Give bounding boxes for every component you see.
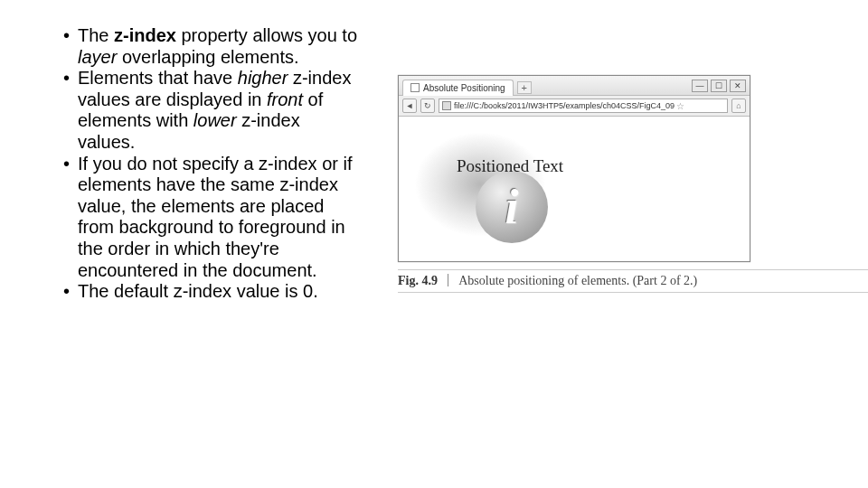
- browser-viewport: i Positioned Text: [399, 117, 750, 261]
- bullet-1: The z-index property allows you to layer…: [63, 25, 362, 68]
- close-button[interactable]: ✕: [730, 80, 746, 92]
- minimize-button[interactable]: —: [692, 80, 708, 92]
- new-tab-button[interactable]: +: [517, 81, 532, 94]
- browser-tab[interactable]: Absolute Positioning: [402, 80, 514, 96]
- browser-address-bar: ◄ ↻ file:///C:/books/2011/IW3HTP5/exampl…: [399, 96, 750, 117]
- text: overlapping elements.: [117, 47, 298, 67]
- bullet-3: If you do not specify a z-index or if el…: [63, 154, 362, 282]
- url-field[interactable]: file:///C:/books/2011/IW3HTP5/examples/c…: [439, 99, 728, 113]
- back-button[interactable]: ◄: [402, 99, 417, 113]
- text: Elements that have: [78, 68, 238, 88]
- caption-divider: [448, 274, 448, 286]
- document-icon: [442, 101, 451, 110]
- positioned-text-label: Positioned Text: [457, 156, 563, 176]
- emph-front: front: [267, 89, 303, 109]
- bullet-2: Elements that have higher z-index values…: [63, 68, 362, 153]
- home-button[interactable]: ⌂: [731, 99, 746, 113]
- figure-caption: Fig. 4.9 Absolute positioning of element…: [398, 269, 868, 293]
- bullet-list-region: The z-index property allows you to layer…: [63, 25, 371, 303]
- text: The: [78, 25, 114, 45]
- bullet-list: The z-index property allows you to layer…: [63, 25, 362, 303]
- url-text: file:///C:/books/2011/IW3HTP5/examples/c…: [454, 101, 675, 110]
- figure-region: Absolute Positioning + — ☐ ✕ ◄ ↻ file://…: [371, 25, 841, 303]
- bookmark-star-icon[interactable]: ☆: [676, 101, 684, 111]
- emph-layer: layer: [78, 47, 117, 67]
- caption-text: Absolute positioning of elements. (Part …: [458, 274, 697, 287]
- bullet-4: The default z-index value is 0.: [63, 281, 362, 303]
- tab-title: Absolute Positioning: [423, 83, 505, 93]
- browser-window: Absolute Positioning + — ☐ ✕ ◄ ↻ file://…: [398, 75, 750, 262]
- reload-button[interactable]: ↻: [420, 99, 435, 113]
- window-controls: — ☐ ✕: [692, 80, 746, 92]
- browser-titlebar: Absolute Positioning + — ☐ ✕: [399, 76, 750, 96]
- emph-lower: lower: [193, 110, 237, 130]
- letter-i-icon: i: [505, 183, 518, 231]
- page-icon: [410, 83, 420, 92]
- emph-higher: higher: [238, 68, 288, 88]
- maximize-button[interactable]: ☐: [711, 80, 727, 92]
- figure-number: Fig. 4.9: [398, 274, 438, 287]
- text: property allows you to: [176, 25, 357, 45]
- term-z-index: z-index: [114, 25, 176, 45]
- foreground-image: i: [476, 171, 548, 243]
